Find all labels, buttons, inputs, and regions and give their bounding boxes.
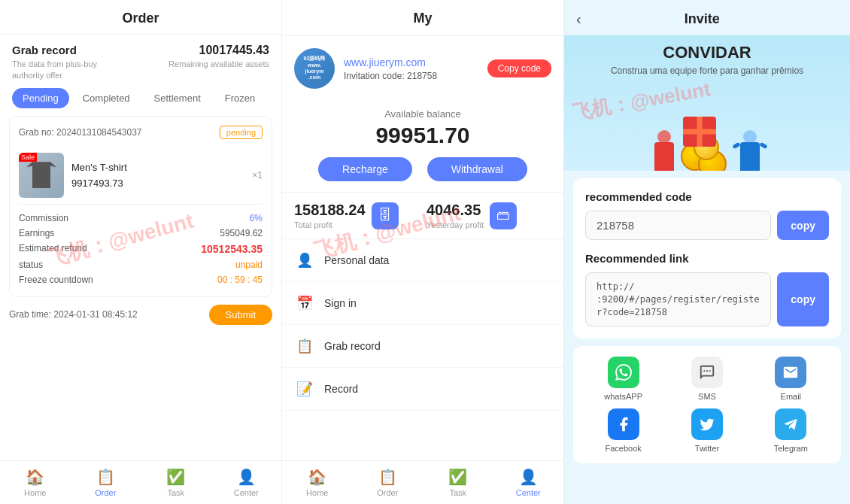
grab-time-label: Grab time: 2024-01-31 08:45:12 (9, 309, 138, 320)
tab-frozen[interactable]: Frozen (214, 88, 266, 108)
balance-section: Available balance 99951.70 Recharge With… (282, 101, 563, 193)
order-details: Commission 6% Earnings 595049.62 Estimat… (19, 211, 263, 287)
total-profit-label: Total profit (294, 220, 366, 229)
menu-sign-in[interactable]: 📅 Sign in (282, 282, 563, 325)
balance-label: Available balance (282, 108, 563, 120)
sms-icon (691, 357, 723, 388)
record-icon: 📝 (294, 378, 315, 399)
copy-link-button[interactable]: copy (777, 272, 829, 326)
convidar-sub: Construa uma equipe forte para ganhar pr… (576, 65, 838, 76)
profile-info: www.jiuerym.com Invitation code: 218758 (344, 56, 478, 81)
tab-pending[interactable]: Pending (12, 88, 69, 108)
pending-badge: pending (220, 126, 263, 139)
order-bottom-nav: 🏠 Home 📋 Order ✅ Task 👤 Center (0, 460, 281, 504)
sign-in-icon: 📅 (294, 293, 315, 314)
nav-task-label: Task (449, 488, 466, 497)
tab-settlement[interactable]: Settlement (144, 88, 211, 108)
grab-record-sub: The data from plus-buy authority offer (12, 59, 110, 82)
order-no-row: Grab no: 20240131084543037 pending (19, 126, 263, 139)
telegram-label: Telegram (774, 444, 808, 453)
nav-order-label: Order (377, 488, 398, 497)
order-title: Order (0, 11, 281, 26)
nav-home[interactable]: 🏠 Home (0, 461, 71, 504)
nav-center-label: Center (516, 488, 541, 497)
home-icon: 🏠 (308, 468, 326, 486)
profile-url: www.jiuerym.com (344, 56, 478, 68)
order-tabs: Pending Completed Settlement Frozen (0, 88, 281, 108)
total-profit-amount: 158188.24 (294, 202, 366, 219)
withdrawal-button[interactable]: Withdrawal (427, 157, 527, 181)
invite-header: ‹ Invite (564, 0, 850, 35)
order-icon: 📋 (96, 468, 115, 486)
task-icon: ✅ (448, 468, 467, 486)
link-input-row: http:// :9200/#/pages/register/register?… (585, 272, 829, 326)
social-twitter[interactable]: Twitter (669, 408, 745, 453)
social-section: whatsAPP SMS Email (573, 346, 841, 463)
menu-grab-record[interactable]: 📋 Grab record (282, 325, 563, 368)
whatsapp-label: whatsAPP (604, 392, 642, 401)
my-nav-home[interactable]: 🏠 Home (282, 461, 353, 504)
copy-code-button[interactable]: Copy code (487, 59, 551, 77)
my-bottom-nav: 🏠 Home 📋 Order ✅ Task 👤 Center (282, 460, 563, 504)
facebook-label: Facebook (606, 444, 642, 453)
rec-code-input[interactable] (585, 211, 771, 240)
social-grid: whatsAPP SMS Email (585, 357, 829, 453)
my-nav-task[interactable]: ✅ Task (423, 461, 493, 504)
invite-panel: ‹ Invite CONVIDAR Construa uma equipe fo… (564, 0, 850, 504)
invite-title: Invite (587, 11, 838, 27)
personal-data-label: Personal data (324, 254, 389, 266)
grab-record-label: Grab record (324, 340, 381, 352)
social-facebook[interactable]: Facebook (585, 408, 661, 453)
social-email[interactable]: Email (753, 357, 829, 401)
remaining-amount: 10017445.43 (168, 44, 269, 57)
copy-code-button[interactable]: copy (777, 211, 829, 240)
rec-code-label: recommended code (585, 190, 829, 203)
menu-record[interactable]: 📝 Record (282, 368, 563, 411)
balance-buttons: Recharge Withdrawal (282, 157, 563, 181)
nav-order-label: Order (95, 488, 116, 497)
invite-banner: CONVIDAR Construa uma equipe forte para … (564, 35, 850, 171)
invite-content: recommended code copy Recommended link h… (573, 178, 841, 339)
yesterday-profit-label: Yesterday profit (427, 220, 484, 229)
nav-order[interactable]: 📋 Order (71, 461, 141, 504)
social-whatsapp[interactable]: whatsAPP (585, 357, 661, 401)
order-no-label: Grab no: 20240131084543037 (19, 127, 142, 138)
recharge-button[interactable]: Recharge (318, 157, 412, 181)
nav-center[interactable]: 👤 Center (211, 461, 282, 504)
my-header: My (282, 0, 563, 36)
email-icon (775, 357, 806, 388)
my-nav-center[interactable]: 👤 Center (493, 461, 564, 504)
twitter-icon (691, 408, 723, 440)
my-menu-list: 👤 Personal data 📅 Sign in 📋 Grab record … (282, 239, 563, 456)
nav-task-label: Task (167, 488, 184, 497)
product-row: Sale Men's T-shirt 9917493.73 ×1 (19, 147, 263, 205)
nav-home-label: Home (24, 488, 46, 497)
my-nav-order[interactable]: 📋 Order (353, 461, 423, 504)
yesterday-profit-card: 4046.35 Yesterday profit 🗃 (427, 202, 551, 229)
earnings-row: Earnings 595049.62 (19, 226, 263, 241)
sale-badge: Sale (19, 153, 37, 162)
back-button[interactable]: ‹ (576, 11, 581, 28)
product-info: Men's T-shirt 9917493.73 (71, 162, 127, 189)
menu-personal-data[interactable]: 👤 Personal data (282, 239, 563, 282)
facebook-icon (608, 408, 639, 440)
rec-link-input[interactable]: http:// :9200/#/pages/register/register?… (585, 272, 771, 326)
record-label: Record (324, 383, 358, 395)
center-icon: 👤 (237, 468, 256, 486)
submit-button[interactable]: Submit (209, 305, 272, 325)
tab-completed[interactable]: Completed (72, 88, 141, 108)
social-sms[interactable]: SMS (669, 357, 745, 401)
avatar: 92源码网www.jiuerym.com (294, 48, 335, 89)
invite-panel-inner: ‹ Invite CONVIDAR Construa uma equipe fo… (564, 0, 850, 504)
banner-illustration (564, 88, 850, 171)
product-image: Sale (19, 153, 64, 198)
total-profit-card: 158188.24 Total profit 🗄 (294, 202, 419, 229)
nav-task[interactable]: ✅ Task (141, 461, 211, 504)
social-telegram[interactable]: Telegram (753, 408, 829, 453)
freeze-row: Freeze countdown 00 : 59 : 45 (19, 272, 263, 287)
personal-data-icon: 👤 (294, 250, 315, 271)
remaining-label: Remaining available assets (168, 59, 269, 68)
sign-in-label: Sign in (324, 297, 357, 309)
yesterday-profit-amount: 4046.35 (427, 202, 484, 219)
commission-row: Commission 6% (19, 211, 263, 226)
